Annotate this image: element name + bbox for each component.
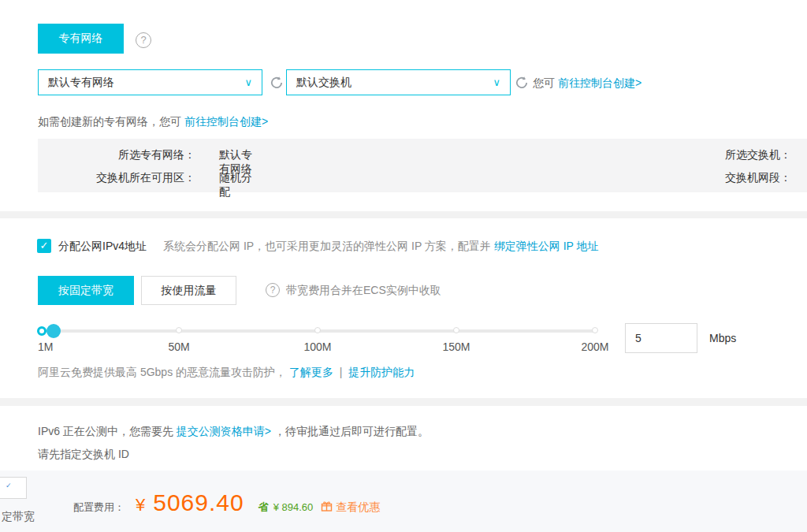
upgrade-protection-link[interactable]: 提升防护能力 (348, 366, 415, 378)
summary-row-vpc: 所选专有网络： 默认专有网络 (38, 147, 258, 162)
summary-label: 交换机所在可用区： (38, 170, 195, 184)
summary-row-zone: 交换机所在可用区： 随机分配 (38, 170, 258, 184)
section-divider (0, 398, 807, 406)
slider-label-50m: 50M (155, 340, 203, 353)
vpc-create-hint: 如需创建新的专有网络，您可 前往控制台创建> (38, 115, 268, 129)
gift-icon (321, 500, 333, 512)
public-ip-description: 系统会分配公网 IP，也可采用更加灵活的弹性公网 IP 方案，配置并 绑定弹性公… (163, 240, 599, 254)
popup-mark-icon: ✓ (6, 482, 12, 489)
summary-label: 交换机网段： (670, 170, 791, 184)
clipped-summary-popup: ✓ (0, 477, 27, 499)
slider-label-100m: 100M (294, 340, 341, 353)
vpc-select-value: 默认专有网络 (48, 76, 114, 88)
slider-label-150m: 150M (433, 340, 480, 353)
price-summary-row: 配置费用： ¥ 5069.40 省 ¥ 894.60 查看优惠 (73, 489, 380, 516)
bind-eip-link[interactable]: 绑定弹性公网 IP 地址 (494, 240, 599, 252)
learn-more-link[interactable]: 了解更多 (289, 366, 333, 378)
bandwidth-fee-hint: 带宽费用合并在ECS实例中收取 (286, 284, 441, 298)
switch-console-create-link[interactable]: 前往控制台创建> (558, 76, 642, 89)
save-badge: 省 (258, 500, 269, 515)
currency-symbol: ¥ (136, 495, 145, 515)
save-amount: ¥ 894.60 (273, 501, 314, 513)
network-type-vpc-button[interactable]: 专有网络 (38, 24, 124, 54)
vpc-console-create-link[interactable]: 前往控制台创建> (184, 115, 268, 128)
ipv6-beta-line: IPv6 正在公测中，您需要先 提交公测资格申请> ，待审批通过后即可进行配置。 (38, 425, 429, 439)
vpc-refresh-icon[interactable] (269, 75, 284, 91)
ipv6-switch-id-hint: 请先指定交换机 ID (38, 448, 129, 462)
bandwidth-fee-help-icon[interactable]: ? (266, 283, 280, 297)
switch-console-hint: 您可 前往控制台创建> (533, 76, 642, 91)
vpc-select[interactable]: 默认专有网络 ∨ (38, 69, 262, 95)
slider-label-1m: 1M (38, 340, 69, 353)
bandwidth-unit-label: Mbps (709, 332, 736, 344)
summary-label: 所选专有网络： (38, 147, 195, 162)
summary-value: 随机分配 (219, 170, 258, 199)
vpc-summary-box: 所选专有网络： 默认专有网络 交换机所在可用区： 随机分配 所选交换机： 交换机… (38, 139, 807, 192)
summary-row-switch: 所选交换机： (670, 147, 796, 162)
slider-start-ring (37, 326, 46, 336)
chevron-down-icon: ∨ (244, 70, 252, 95)
summary-label: 所选交换机： (670, 147, 791, 162)
view-discount-link[interactable]: 查看优惠 (336, 500, 380, 515)
slider-mark-200m (592, 327, 598, 333)
slider-mark-150m (453, 327, 459, 333)
switch-select[interactable]: 默认交换机 ∨ (286, 69, 511, 95)
ddos-protection-line: 阿里云免费提供最高 5Gbps 的恶意流量攻击防护， 了解更多 | 提升防护能力 (38, 366, 415, 380)
slider-mark-100m (314, 327, 321, 333)
section-divider (0, 211, 807, 218)
chevron-down-icon: ∨ (493, 70, 500, 95)
vpc-help-icon[interactable]: ? (136, 32, 151, 48)
assign-public-ip-label[interactable]: 分配公网IPv4地址 (58, 240, 147, 254)
tab-fixed-bandwidth[interactable]: 按固定带宽 (38, 276, 134, 305)
switch-refresh-icon[interactable] (514, 75, 530, 91)
config-fee-label: 配置费用： (73, 500, 125, 515)
ecs-network-config-panel: 专有网络 ? 默认专有网络 ∨ 默认交换机 ∨ 您可 前往控制台创建> 如需创建… (0, 0, 807, 532)
switch-select-value: 默认交换机 (296, 76, 351, 88)
summary-row-cidr: 交换机网段： (670, 170, 796, 184)
assign-public-ip-checkbox[interactable]: ✓ (37, 239, 51, 253)
config-fee-amount: 5069.40 (153, 489, 244, 516)
slider-mark-50m (176, 327, 182, 333)
slider-label-200m: 200M (571, 340, 619, 353)
footer-price-bar: ✓ 定带宽 配置费用： ¥ 5069.40 省 ¥ 894.60 查看优惠 (0, 471, 807, 532)
bandwidth-value-input[interactable] (625, 323, 697, 353)
tab-pay-by-traffic[interactable]: 按使用流量 (141, 276, 236, 305)
ipv6-apply-link[interactable]: 提交公测资格申请> (177, 425, 271, 437)
bandwidth-slider-handle[interactable] (46, 324, 61, 338)
clipped-bandwidth-text: 定带宽 (2, 510, 35, 524)
